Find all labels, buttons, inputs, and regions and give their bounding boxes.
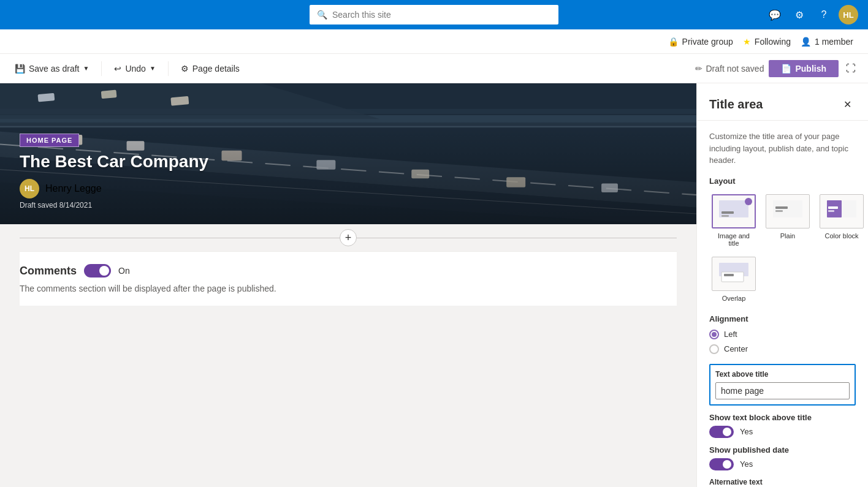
sub-header: 🔒 Private group ★ Following 👤 1 member (0, 29, 868, 54)
alignment-center[interactable]: Center (709, 344, 856, 354)
chat-icon[interactable]: 💬 (765, 5, 785, 25)
top-bar: 🔍 💬 ⚙ ? HL (0, 0, 868, 29)
svg-rect-31 (721, 272, 744, 282)
panel-title: Title area (709, 97, 763, 111)
layout-icon-image-title (712, 194, 756, 228)
draft-info: Draft saved 8/14/2021 (20, 201, 677, 210)
details-icon: ⚙ (181, 64, 189, 74)
right-panel: Title area ✕ Customize the title area of… (696, 83, 868, 487)
layout-icon-svg-image-title (719, 200, 748, 222)
layout-grid: Image and title Plain (709, 192, 856, 249)
page-tag: HOME PAGE (20, 134, 79, 147)
following-button[interactable]: ★ Following (743, 37, 791, 47)
layout-icon-svg-color-block (827, 200, 856, 222)
draft-status: ✏ Draft not saved (695, 64, 764, 74)
private-group-label: 🔒 Private group (668, 37, 733, 47)
comments-section: Comments On The comments section will be… (20, 251, 677, 306)
svg-rect-28 (828, 206, 838, 209)
star-icon: ★ (743, 37, 751, 47)
show-published-date-toggle-row: Yes (709, 458, 856, 470)
panel-body: Customize the title area of your page in… (697, 121, 868, 487)
page-content: HOME PAGE The Best Car Company HL Henry … (0, 83, 696, 487)
svg-rect-18 (101, 90, 117, 99)
layout-option-color-block[interactable]: Color block (817, 192, 866, 249)
alignment-radio-group: Left Center (709, 330, 856, 354)
add-section: + (0, 224, 696, 251)
svg-rect-21 (721, 211, 734, 214)
save-dropdown-icon[interactable]: ▼ (83, 65, 89, 72)
expand-button[interactable]: ⛶ (843, 61, 858, 77)
save-draft-button[interactable]: 💾 Save as draft ▼ (10, 61, 94, 76)
hero-background: HOME PAGE The Best Car Company HL Henry … (0, 83, 696, 224)
alignment-left-label: Left (724, 330, 737, 339)
panel-description: Customize the title area of your page in… (709, 130, 856, 167)
layout-label-overlap: Overlap (722, 295, 746, 302)
layout-option-plain[interactable]: Plain (763, 192, 812, 249)
search-input[interactable] (332, 10, 551, 20)
svg-rect-22 (721, 215, 729, 217)
alternative-text-label: Alternative text (709, 478, 856, 486)
radio-left-indicator (709, 330, 719, 339)
layout-label-plain: Plain (780, 232, 795, 240)
save-icon: 💾 (15, 64, 25, 74)
undo-button[interactable]: ↩ Undo ▼ (109, 61, 160, 76)
svg-rect-20 (719, 200, 748, 217)
toolbar: 💾 Save as draft ▼ ↩ Undo ▼ ⚙ Page detail… (0, 54, 868, 83)
comments-toggle-label: On (118, 266, 130, 276)
page-details-button[interactable]: ⚙ Page details (176, 61, 245, 76)
layout-label-image-title: Image and title (712, 232, 756, 247)
settings-icon[interactable]: ⚙ (790, 5, 809, 25)
text-above-title-label: Text above title (715, 370, 850, 379)
author-name: Henry Legge (45, 183, 102, 194)
radio-center-indicator (709, 344, 719, 354)
show-published-date-label: Show published date (709, 445, 856, 455)
show-published-date-row: Show published date Yes (709, 445, 856, 470)
help-icon[interactable]: ? (814, 5, 834, 25)
text-above-title-section: Text above title (709, 364, 856, 406)
svg-rect-29 (828, 210, 834, 212)
panel-header: Title area ✕ (697, 83, 868, 121)
show-text-block-toggle-row: Yes (709, 426, 856, 438)
author-row: HL Henry Legge (20, 179, 677, 198)
show-published-date-toggle[interactable] (709, 458, 734, 470)
svg-rect-17 (37, 93, 55, 102)
main-area: HOME PAGE The Best Car Company HL Henry … (0, 83, 868, 487)
comments-title: Comments (20, 265, 77, 277)
top-bar-actions: 💬 ⚙ ? HL (765, 5, 858, 25)
publish-icon: 📄 (781, 64, 791, 74)
hero-area: HOME PAGE The Best Car Company HL Henry … (0, 83, 696, 224)
alignment-center-label: Center (724, 344, 748, 353)
comments-header: Comments On (20, 264, 677, 277)
svg-rect-19 (170, 96, 189, 106)
member-count: 👤 1 member (801, 37, 853, 47)
pencil-icon: ✏ (695, 64, 702, 74)
layout-row2: Overlap (709, 254, 856, 304)
alignment-section-label: Alignment (709, 314, 856, 323)
show-text-block-toggle[interactable] (709, 426, 734, 438)
comments-description: The comments section will be displayed a… (20, 284, 677, 293)
show-text-block-row: Show text block above title Yes (709, 413, 856, 438)
person-icon: 👤 (801, 37, 811, 47)
layout-icon-color-block (820, 194, 864, 228)
search-box[interactable]: 🔍 (310, 5, 558, 25)
comments-toggle[interactable] (84, 264, 111, 277)
text-above-title-input[interactable] (715, 382, 850, 399)
layout-icon-svg-overlap (719, 263, 748, 285)
search-icon: 🔍 (317, 10, 327, 20)
avatar[interactable]: HL (839, 5, 858, 25)
undo-dropdown-icon[interactable]: ▼ (150, 65, 156, 72)
panel-close-button[interactable]: ✕ (839, 96, 856, 113)
layout-icon-overlap (712, 257, 756, 291)
alternative-text-section: Alternative text Provide alternative tex… (709, 478, 856, 488)
page-title[interactable]: The Best Car Company (20, 152, 677, 172)
toolbar-divider-1 (101, 61, 102, 76)
alignment-left[interactable]: Left (709, 330, 856, 339)
publish-button[interactable]: 📄 Publish (769, 60, 839, 77)
undo-icon: ↩ (114, 64, 121, 74)
layout-option-image-title[interactable]: Image and title (709, 192, 758, 249)
lock-icon: 🔒 (668, 37, 679, 47)
layout-option-overlap[interactable]: Overlap (709, 254, 758, 304)
svg-rect-32 (724, 274, 734, 276)
show-text-block-toggle-label: Yes (740, 427, 753, 436)
add-section-button[interactable]: + (340, 229, 357, 246)
